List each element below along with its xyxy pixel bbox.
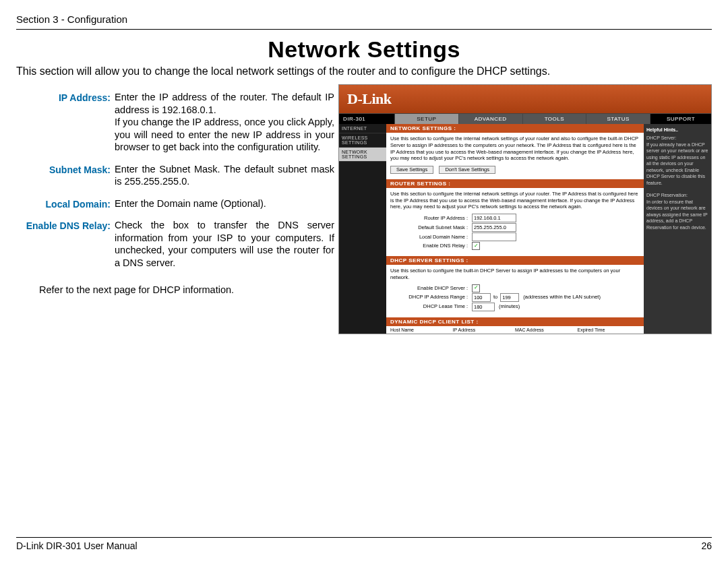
lease-unit: (minutes) [495,303,520,310]
footer-right: 26 [701,540,712,551]
refer-text: Refer to the next page for DHCP informat… [39,284,334,295]
section-head: DHCP SERVER SETTINGS : [386,256,644,265]
def-text: Enter the Subnet Mask. The default subne… [115,163,334,188]
header-rule [16,29,712,30]
section-head: NETWORK SETTINGS : [386,124,644,133]
client-list-header: Host Name IP Address MAC Address Expired… [386,326,644,334]
domain-input[interactable] [472,232,516,241]
def-text: Enter the Domain name (Optional). [115,197,334,210]
page-title: Network Settings [0,36,728,63]
def-text: Check the box to transfer the DNS server… [115,219,334,269]
router-sidebar: INTERNET WIRELESS SETTINGS NETWORK SETTI… [339,124,386,334]
col-expired: Expired Time [578,327,640,332]
footer-left: D-Link DIR-301 User Manual [16,540,138,551]
range-note: (addresses within the LAN subnet) [519,294,601,301]
dnsrelay-checkbox[interactable]: ✓ [472,242,480,250]
dnsrelay-label: Enable DNS Relay : [390,243,472,249]
mask-label: Default Subnet Mask : [390,224,472,231]
dhcp-enable-label: Enable DHCP Server : [390,285,472,292]
ip-label: Router IP Address : [390,215,472,222]
tab-setup[interactable]: SETUP [395,114,459,124]
section-head: DYNAMIC DHCP CLIENT LIST : [386,317,644,326]
lease-label: DHCP Lease Time : [390,303,472,310]
sidebar-item-network[interactable]: NETWORK SETTINGS [339,148,386,162]
domain-label: Local Domain Name : [390,234,472,241]
section-header: Section 3 - Configuration [0,0,728,28]
section-desc: Use this section to configure the built-… [390,268,640,281]
footer-rule [16,537,712,538]
def-label: IP Address: [23,91,111,154]
col-mac: MAC Address [515,327,578,332]
router-tabs: DIR-301 SETUP ADVANCED TOOLS STATUS SUPP… [339,113,711,124]
col-host: Host Name [390,327,453,332]
sidebar-item-wireless[interactable]: WIRELESS SETTINGS [339,133,386,148]
tab-status[interactable]: STATUS [586,114,650,124]
dhcp-enable-checkbox[interactable]: ✓ [472,284,480,292]
sidebar-item-internet[interactable]: INTERNET [339,124,386,133]
router-banner: D-Link [339,85,711,113]
save-button[interactable]: Save Settings [390,166,433,174]
model-label: DIR-301 [339,114,395,124]
brand-logo: D-Link [347,90,391,108]
tab-tools[interactable]: TOOLS [523,114,587,124]
def-label: Subnet Mask: [23,163,111,188]
range-from-input[interactable]: 100 [472,293,491,302]
router-screenshot: D-Link DIR-301 SETUP ADVANCED TOOLS STAT… [338,84,712,334]
def-text: Enter the IP address of the router. The … [115,91,334,154]
definitions-column: IP Address: Enter the IP address of the … [16,84,334,334]
mask-input[interactable]: 255.255.255.0 [472,223,516,232]
dont-save-button[interactable]: Don't Save Settings [439,166,495,174]
tab-advanced[interactable]: ADVANCED [459,114,523,124]
range-to-input[interactable]: 199 [500,293,519,302]
ip-input[interactable]: 192.168.0.1 [472,214,516,222]
def-label: Enable DNS Relay: [23,219,111,269]
section-head: ROUTER SETTINGS : [386,179,644,188]
lease-input[interactable]: 180 [472,303,495,311]
col-ip: IP Address [453,327,516,332]
tab-support[interactable]: SUPPORT [650,114,711,124]
section-desc: Use this section to configure the intern… [390,191,640,210]
hints-title: Helpful Hints.. [646,127,678,132]
to-word: to [491,294,500,301]
router-main: NETWORK SETTINGS : Use this section to c… [386,124,644,334]
helpful-hints: Helpful Hints.. DHCP Server: If you alre… [644,124,711,334]
def-label: Local Domain: [23,197,111,210]
section-desc: Use this section to configure the intern… [390,135,640,162]
range-label: DHCP IP Address Range : [390,294,472,301]
intro-text: This section will allow you to change th… [16,65,712,77]
hints-body: DHCP Server: If you already have a DHCP … [646,135,708,230]
